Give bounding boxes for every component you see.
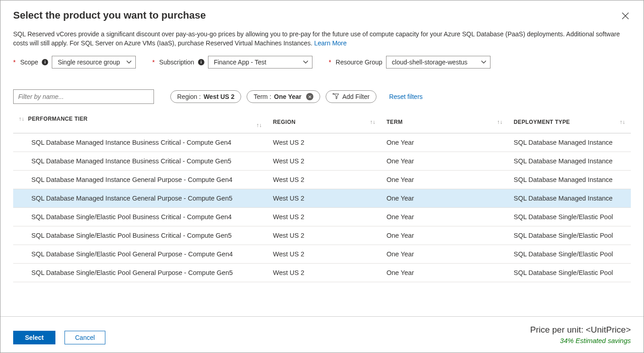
- table-row[interactable]: SQL Database Managed Instance Business C…: [13, 152, 631, 171]
- table-row[interactable]: SQL Database Managed Instance General Pu…: [13, 189, 631, 208]
- cell-region: West US 2: [268, 171, 381, 189]
- panel-footer: Select Cancel Price per unit: <UnitPrice…: [0, 316, 644, 353]
- panel-title: Select the product you want to purchase: [13, 10, 206, 21]
- cell-term: One Year: [381, 133, 508, 152]
- cancel-button[interactable]: Cancel: [64, 331, 105, 344]
- close-button[interactable]: [620, 10, 631, 24]
- close-icon: [622, 12, 629, 20]
- cell-tier: SQL Database Single/Elastic Pool General…: [13, 245, 268, 264]
- add-filter-icon: [332, 93, 340, 100]
- chevron-down-icon: [481, 60, 486, 64]
- chevron-down-icon: [126, 60, 132, 64]
- cell-deployment: SQL Database Managed Instance: [508, 133, 631, 152]
- scope-select[interactable]: Single resource group: [52, 56, 136, 69]
- learn-more-link[interactable]: Learn More: [314, 39, 347, 47]
- cell-deployment: SQL Database Managed Instance: [508, 171, 631, 189]
- cell-tier: SQL Database Managed Instance General Pu…: [13, 189, 268, 208]
- product-selection-panel: Select the product you want to purchase …: [0, 0, 644, 353]
- cell-deployment: SQL Database Single/Elastic Pool: [508, 208, 631, 226]
- table-row[interactable]: SQL Database Single/Elastic Pool General…: [13, 264, 631, 282]
- required-marker: *: [152, 59, 154, 66]
- sort-icon: ↑↓: [370, 119, 376, 125]
- form-row: * Scope i Single resource group * Subscr…: [13, 56, 631, 69]
- cell-tier: SQL Database Single/Elastic Pool Busines…: [13, 208, 268, 226]
- add-filter-button[interactable]: Add Filter: [326, 90, 376, 103]
- panel-description: SQL Reserved vCores provide a significan…: [13, 30, 626, 48]
- cell-region: West US 2: [268, 189, 381, 208]
- cell-term: One Year: [381, 189, 508, 208]
- cell-tier: SQL Database Managed Instance Business C…: [13, 133, 268, 152]
- cell-region: West US 2: [268, 133, 381, 152]
- resource-group-select[interactable]: cloud-shell-storage-westus: [386, 56, 490, 69]
- column-header-region[interactable]: Region↑↓: [268, 111, 381, 133]
- column-header-deployment[interactable]: Deployment Type↑↓: [508, 111, 631, 133]
- cell-deployment: SQL Database Single/Elastic Pool: [508, 264, 631, 282]
- cell-tier: SQL Database Single/Elastic Pool Busines…: [13, 226, 268, 245]
- select-button[interactable]: Select: [13, 331, 55, 344]
- cell-deployment: SQL Database Managed Instance: [508, 152, 631, 171]
- cell-region: West US 2: [268, 208, 381, 226]
- products-table: ↑↓Performance Tier↑↓ Region↑↓ Term↑↓ Dep…: [13, 111, 631, 282]
- region-filter-pill[interactable]: Region : West US 2: [170, 90, 241, 103]
- remove-filter-icon[interactable]: ✕: [306, 93, 313, 100]
- cell-region: West US 2: [268, 226, 381, 245]
- sort-icon: ↑↓: [19, 116, 25, 122]
- cell-term: One Year: [381, 226, 508, 245]
- info-icon[interactable]: i: [42, 59, 48, 65]
- scope-label: Scope: [20, 59, 38, 66]
- info-icon[interactable]: i: [198, 59, 204, 65]
- table-row[interactable]: SQL Database Single/Elastic Pool General…: [13, 245, 631, 264]
- cell-term: One Year: [381, 208, 508, 226]
- subscription-select[interactable]: Finance App - Test: [208, 56, 312, 69]
- subscription-label: Subscription: [159, 59, 194, 66]
- reset-filters-link[interactable]: Reset filters: [389, 93, 423, 100]
- table-row[interactable]: SQL Database Managed Instance General Pu…: [13, 171, 631, 189]
- column-header-term[interactable]: Term↑↓: [381, 111, 508, 133]
- chevron-down-icon: [303, 60, 308, 64]
- cell-tier: SQL Database Single/Elastic Pool General…: [13, 264, 268, 282]
- column-header-tier[interactable]: ↑↓Performance Tier↑↓: [13, 111, 268, 133]
- required-marker: *: [13, 59, 15, 66]
- resource-group-label: Resource Group: [336, 59, 382, 66]
- cell-term: One Year: [381, 152, 508, 171]
- cell-term: One Year: [381, 245, 508, 264]
- filter-row: Region : West US 2 Term : One Year ✕ Add…: [13, 89, 631, 104]
- table-row[interactable]: SQL Database Managed Instance Business C…: [13, 133, 631, 152]
- estimated-savings: 34% Estimated savings: [530, 337, 631, 344]
- cell-term: One Year: [381, 264, 508, 282]
- cell-region: West US 2: [268, 264, 381, 282]
- term-filter-pill[interactable]: Term : One Year ✕: [247, 90, 320, 103]
- sort-icon: ↑↓: [497, 119, 503, 125]
- sort-icon: ↑↓: [619, 119, 625, 125]
- cell-deployment: SQL Database Single/Elastic Pool: [508, 245, 631, 264]
- table-row[interactable]: SQL Database Single/Elastic Pool Busines…: [13, 226, 631, 245]
- sort-icon: ↑↓: [256, 122, 262, 128]
- filter-name-input[interactable]: [13, 89, 154, 104]
- cell-region: West US 2: [268, 245, 381, 264]
- table-row[interactable]: SQL Database Single/Elastic Pool Busines…: [13, 208, 631, 226]
- cell-tier: SQL Database Managed Instance Business C…: [13, 152, 268, 171]
- cell-deployment: SQL Database Single/Elastic Pool: [508, 226, 631, 245]
- cell-tier: SQL Database Managed Instance General Pu…: [13, 171, 268, 189]
- required-marker: *: [329, 59, 331, 66]
- price-per-unit: Price per unit: <UnitPrice>: [530, 325, 631, 335]
- cell-deployment: SQL Database Managed Instance: [508, 189, 631, 208]
- cell-term: One Year: [381, 171, 508, 189]
- cell-region: West US 2: [268, 152, 381, 171]
